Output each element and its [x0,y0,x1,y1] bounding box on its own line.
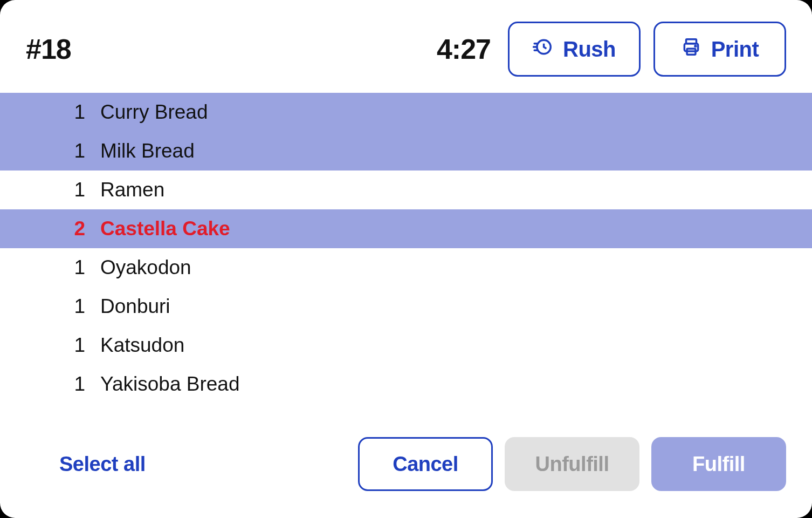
print-button-label: Print [711,37,759,62]
select-all-button[interactable]: Select all [59,453,146,476]
unfulfill-button[interactable]: Unfulfill [505,437,639,491]
item-name: Oyakodon [100,256,191,279]
item-name: Castella Cake [100,217,230,240]
item-row[interactable]: 1Yakisoba Bread [0,365,812,404]
item-qty: 1 [54,256,85,279]
item-name: Katsudon [100,334,184,357]
item-qty: 1 [54,179,85,201]
item-qty: 1 [54,101,85,124]
item-row[interactable]: 1Oyakodon [0,248,812,287]
item-name: Donburi [100,295,170,318]
item-row[interactable]: 1Curry Bread [0,93,812,132]
item-row[interactable]: 1Donburi [0,287,812,326]
item-qty: 1 [54,334,85,357]
item-qty: 1 [54,140,85,162]
item-name: Ramen [100,179,164,201]
item-name: Milk Bread [100,140,195,162]
order-card: #18 4:27 Rush Print 1Curry Bread1Milk Br… [0,0,812,518]
item-qty: 1 [54,373,85,396]
rush-button[interactable]: Rush [508,22,641,77]
item-qty: 1 [54,295,85,318]
printer-icon [681,37,701,62]
items-list: 1Curry Bread1Milk Bread1Ramen2Castella C… [0,93,812,421]
item-qty: 2 [54,217,85,240]
cancel-button[interactable]: Cancel [358,437,493,491]
fulfill-button[interactable]: Fulfill [651,437,786,491]
order-header: #18 4:27 Rush Print [0,0,812,93]
order-footer: Select all Cancel Unfulfill Fulfill [0,421,812,518]
item-name: Curry Bread [100,101,208,124]
print-button[interactable]: Print [653,22,786,77]
item-row[interactable]: 1Katsudon [0,326,812,365]
item-name: Yakisoba Bread [100,373,239,396]
item-row[interactable]: 1Milk Bread [0,132,812,171]
item-row[interactable]: 2Castella Cake [0,209,812,248]
svg-point-4 [695,45,696,46]
rush-button-label: Rush [563,37,616,62]
order-timer: 4:27 [437,33,491,65]
order-number: #18 [26,33,71,65]
rush-icon [533,37,553,62]
item-row[interactable]: 1Ramen [0,171,812,209]
